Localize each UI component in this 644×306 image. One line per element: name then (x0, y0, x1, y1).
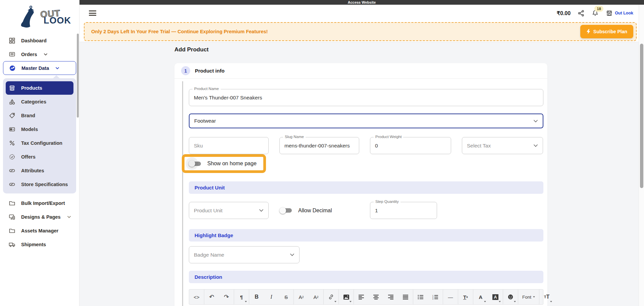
sidebar-item-models[interactable]: Models (3, 123, 76, 136)
sidebar-item-designs-pages[interactable]: Designs & Pages (0, 210, 79, 224)
chevron-down-icon (44, 53, 48, 56)
editor-unordered-list-button[interactable] (413, 290, 428, 304)
sku-input[interactable] (194, 143, 264, 149)
main-area: ₹0.00 18 Out Look (79, 5, 639, 306)
page-scrollbar-thumb[interactable] (640, 44, 643, 188)
product-weight-field: Product Weight (370, 137, 451, 154)
lightning-icon (586, 29, 591, 34)
store-specifications-icon (9, 181, 15, 188)
product-name-input[interactable] (194, 95, 538, 101)
subscribe-plan-button[interactable]: Subscribe Plan (580, 25, 633, 38)
svg-text:3: 3 (432, 298, 433, 300)
chevron-down-icon (67, 216, 71, 218)
master-data-submenu: Products Categories Brand Models (3, 78, 76, 193)
editor-font-size-button[interactable]: TT (539, 290, 554, 304)
editor-align-right-button[interactable] (383, 290, 398, 304)
sidebar-item-dashboard[interactable]: Dashboard (0, 34, 79, 47)
numbered-list-icon: 123 (432, 295, 438, 300)
editor-align-justify-button[interactable] (398, 290, 413, 304)
editor-paragraph-style-button[interactable]: ¶ (234, 290, 249, 304)
slug-name-input[interactable] (284, 143, 354, 149)
allow-decimal-toggle[interactable] (279, 207, 293, 214)
models-icon (9, 126, 15, 133)
align-left-icon (358, 295, 364, 300)
page-scrollbar[interactable] (639, 5, 644, 306)
badge-name-select[interactable]: Badge Name (189, 246, 300, 263)
sidebar-item-shipments[interactable]: Shipments (0, 237, 79, 251)
master-data-icon (9, 65, 16, 72)
caret-down-icon (533, 296, 535, 298)
dress-logo-icon (19, 5, 39, 29)
step-header: 1 Product info (174, 63, 547, 79)
editor-align-left-button[interactable] (354, 290, 369, 304)
wallet-balance: ₹0.00 (557, 10, 571, 16)
folder-icon (9, 200, 15, 207)
editor-highlight-color-button[interactable]: A (488, 290, 503, 304)
chevron-down-icon (55, 67, 59, 70)
sidebar-item-offers[interactable]: Offers (3, 150, 76, 164)
sidebar-item-assets-manager[interactable]: Assets Manager (0, 224, 79, 237)
designs-pages-icon (9, 214, 15, 220)
sidebar-item-brand[interactable]: Brand (3, 109, 76, 122)
editor-strikethrough-button[interactable]: S (279, 290, 293, 304)
sidebar-item-orders[interactable]: Orders (0, 47, 79, 61)
emoji-icon (507, 294, 514, 300)
caret-down-icon (514, 301, 516, 302)
editor-horizontal-rule-button[interactable]: — (443, 290, 458, 304)
sku-field (189, 137, 269, 154)
sidebar-item-bulk-import-export[interactable]: Bulk Import/Export (0, 196, 79, 210)
editor-undo-button[interactable]: ↶ (204, 290, 219, 304)
editor-image-button[interactable] (339, 290, 354, 304)
page-title: Add Product (174, 46, 639, 53)
product-weight-input[interactable] (375, 143, 446, 149)
show-on-home-page-toggle[interactable] (189, 160, 202, 167)
editor-clear-formatting-button[interactable]: Tx (458, 290, 473, 304)
sidebar-menu: Dashboard Orders Master Data Prod (0, 34, 79, 251)
sidebar-item-store-specifications[interactable]: Store Specifications (3, 178, 76, 191)
tax-select[interactable]: Select Tax (462, 137, 543, 154)
chevron-down-icon (259, 209, 264, 212)
menu-toggle-button[interactable] (89, 10, 96, 16)
sidebar-item-tax-configuration[interactable]: Tax Configuration (3, 136, 76, 150)
sidebar-item-products[interactable]: Products (6, 81, 73, 95)
sidebar-item-attributes[interactable]: Attributes (3, 164, 76, 177)
notifications-button[interactable]: 18 (592, 10, 599, 17)
brand-logo[interactable]: OUT LOOK (0, 0, 79, 34)
caret-down-icon (350, 301, 352, 302)
editor-link-button[interactable] (324, 290, 338, 304)
editor-italic-button[interactable]: I (264, 290, 279, 304)
step-quantity-label: Step Quantity (374, 200, 400, 204)
caret-down-icon (245, 301, 247, 302)
editor-ordered-list-button[interactable]: 123 (428, 290, 443, 304)
share-icon[interactable] (578, 10, 585, 17)
editor-superscript-button[interactable]: A2 (294, 290, 309, 304)
caret-down-icon (550, 301, 552, 302)
editor-align-center-button[interactable] (369, 290, 383, 304)
slug-name-field: Slug Name (279, 137, 359, 154)
product-unit-select[interactable]: Product Unit (189, 202, 269, 219)
products-icon (9, 85, 15, 91)
editor-code-view-button[interactable]: <> (189, 290, 204, 304)
slug-name-label: Slug Name (283, 135, 306, 139)
editor-font-color-button[interactable]: A (473, 290, 488, 304)
brand-tag-icon (9, 112, 15, 119)
editor-subscript-button[interactable]: A2 (309, 290, 323, 304)
sidebar-item-categories[interactable]: Categories (3, 95, 76, 108)
product-name-field: Product Name (189, 89, 543, 106)
sidebar-scrollbar[interactable] (77, 34, 79, 118)
sidebar-item-master-data[interactable]: Master Data (3, 61, 76, 75)
chevron-down-icon (290, 253, 294, 256)
editor-bold-button[interactable]: B (249, 290, 264, 304)
show-on-home-page-label: Show on home page (207, 161, 257, 167)
editor-font-family-button[interactable]: Font (518, 290, 539, 304)
step-quantity-input[interactable] (375, 208, 432, 214)
step-body: Product Name Footwear Slug Name (174, 79, 547, 306)
editor-redo-button[interactable]: ↷ (219, 290, 234, 304)
topbar: ₹0.00 18 Out Look (79, 5, 639, 42)
editor-emoji-button[interactable] (503, 290, 518, 304)
category-select[interactable]: Footwear (189, 114, 543, 128)
attributes-icon (9, 167, 15, 174)
folder-icon (9, 227, 15, 234)
store-link[interactable]: Out Look (606, 10, 633, 17)
access-website-bar[interactable]: Access Website (79, 0, 644, 5)
